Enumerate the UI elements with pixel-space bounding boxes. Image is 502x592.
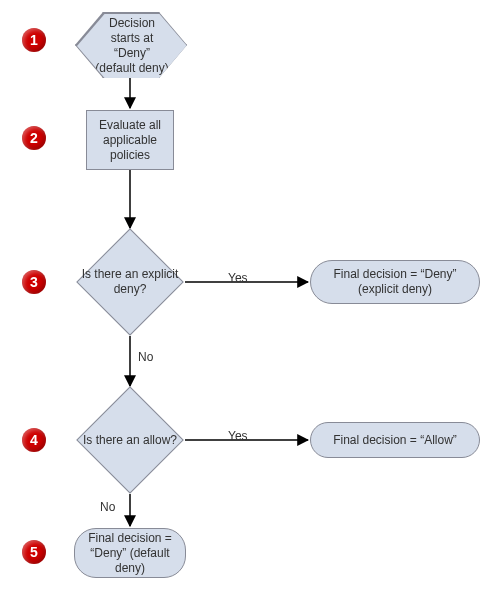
step-badge-3: 3 [22,270,46,294]
node-text: Is there an explicit deny? [76,267,184,297]
node-text: Final decision = “Deny” (default deny) [75,531,185,576]
node-final-deny-default: Final decision = “Deny” (default deny) [74,528,186,578]
edge-label-no: No [100,500,115,514]
node-text: Is there an allow? [79,433,181,448]
node-allow-decision: Is there an allow? [76,386,184,494]
node-evaluate-policies: Evaluate all applicable policies [86,110,174,170]
flowchart: 1 2 3 4 5 Decision starts at “Deny” (def… [0,0,502,592]
node-text: Final decision = “Deny” (explicit deny) [311,267,479,297]
edge-label-yes: Yes [228,429,248,443]
node-text: Evaluate all applicable policies [87,118,173,163]
step-badge-4: 4 [22,428,46,452]
node-final-deny-explicit: Final decision = “Deny” (explicit deny) [310,260,480,304]
node-final-allow: Final decision = “Allow” [310,422,480,458]
edge-label-no: No [138,350,153,364]
step-badge-5: 5 [22,540,46,564]
node-start-hexagon: Decision starts at “Deny” (default deny) [75,12,187,78]
node-text: Decision starts at “Deny” (default deny) [77,16,187,76]
node-text: Final decision = “Allow” [321,433,469,448]
edge-label-yes: Yes [228,271,248,285]
node-explicit-deny-decision: Is there an explicit deny? [76,228,184,336]
step-badge-2: 2 [22,126,46,150]
step-badge-1: 1 [22,28,46,52]
